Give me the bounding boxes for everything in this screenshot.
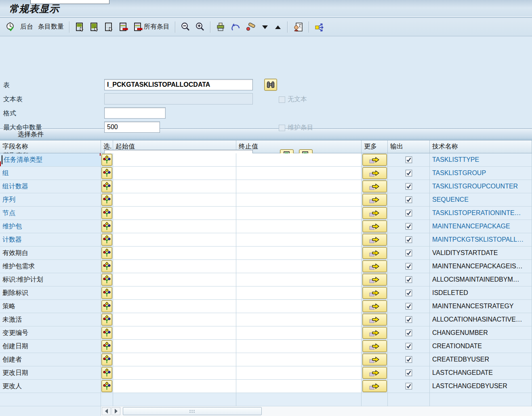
caret-down-button[interactable] bbox=[259, 22, 271, 32]
from-value-cell[interactable] bbox=[113, 300, 236, 313]
to-value-cell[interactable] bbox=[236, 220, 362, 233]
output-checkbox[interactable] bbox=[406, 183, 412, 190]
from-value-cell[interactable] bbox=[113, 273, 236, 286]
zoom-in-button[interactable] bbox=[193, 21, 207, 33]
more-values-button[interactable] bbox=[362, 167, 387, 179]
selection-options-button[interactable] bbox=[101, 180, 112, 192]
choose-all-button[interactable] bbox=[87, 21, 101, 33]
execute-with-clock-button[interactable] bbox=[3, 21, 18, 33]
erase-button[interactable] bbox=[243, 21, 259, 33]
to-value-cell[interactable] bbox=[236, 300, 362, 313]
to-value-cell[interactable] bbox=[236, 340, 362, 353]
more-values-button[interactable] bbox=[362, 207, 387, 219]
zoom-out-button[interactable] bbox=[178, 21, 193, 33]
output-checkbox[interactable] bbox=[406, 236, 412, 243]
undo-button[interactable] bbox=[228, 21, 243, 33]
to-value-cell[interactable] bbox=[236, 260, 362, 273]
selection-options-button[interactable] bbox=[101, 314, 112, 326]
search-table-button[interactable] bbox=[264, 79, 277, 91]
output-checkbox[interactable] bbox=[406, 383, 412, 389]
from-value-cell[interactable] bbox=[113, 326, 236, 340]
more-values-button[interactable] bbox=[362, 380, 387, 392]
to-value-cell[interactable] bbox=[236, 353, 362, 366]
selection-options-button[interactable] bbox=[101, 234, 112, 246]
background-button[interactable]: 后台 bbox=[18, 21, 36, 32]
from-value-cell[interactable] bbox=[113, 380, 236, 393]
to-value-cell[interactable] bbox=[236, 313, 362, 326]
deselect-all-button[interactable]: 所有条目 bbox=[130, 21, 172, 33]
to-value-cell[interactable] bbox=[236, 286, 362, 300]
output-checkbox[interactable] bbox=[406, 197, 412, 203]
more-values-button[interactable] bbox=[362, 180, 387, 192]
scroll-left-button[interactable] bbox=[102, 407, 111, 415]
selection-options-button[interactable] bbox=[101, 340, 112, 352]
output-checkbox[interactable] bbox=[406, 223, 412, 230]
from-value-cell[interactable] bbox=[113, 247, 236, 260]
selection-options-button[interactable] bbox=[101, 207, 112, 219]
from-value-cell[interactable] bbox=[113, 260, 236, 273]
output-checkbox[interactable] bbox=[406, 263, 412, 270]
format-input[interactable] bbox=[104, 107, 166, 119]
more-values-button[interactable] bbox=[362, 314, 387, 326]
to-value-cell[interactable] bbox=[236, 380, 362, 393]
to-value-cell[interactable] bbox=[236, 273, 362, 286]
from-value-cell[interactable] bbox=[113, 340, 236, 353]
selection-options-button[interactable] bbox=[101, 194, 112, 206]
output-checkbox[interactable] bbox=[406, 210, 412, 216]
selection-options-button[interactable] bbox=[101, 167, 112, 179]
col-header-output[interactable]: 输出 bbox=[388, 140, 430, 153]
output-checkbox[interactable] bbox=[406, 276, 412, 283]
selection-options-button[interactable] bbox=[101, 247, 112, 259]
more-values-button[interactable] bbox=[362, 340, 387, 352]
more-values-button[interactable] bbox=[362, 287, 387, 299]
to-value-cell[interactable] bbox=[236, 326, 362, 340]
user-settings-button[interactable] bbox=[290, 21, 306, 33]
from-value-cell[interactable] bbox=[113, 366, 236, 380]
more-values-button[interactable] bbox=[362, 367, 387, 379]
selection-options-button[interactable] bbox=[101, 367, 112, 379]
entries-count-button[interactable]: 条目数量 bbox=[36, 21, 66, 32]
more-values-button[interactable] bbox=[362, 234, 387, 246]
from-value-cell[interactable] bbox=[113, 286, 236, 300]
max-hits-input[interactable] bbox=[104, 121, 160, 133]
from-value-cell[interactable] bbox=[113, 180, 236, 193]
to-value-cell[interactable] bbox=[236, 193, 362, 207]
from-value-cell[interactable] bbox=[113, 313, 236, 326]
output-checkbox[interactable] bbox=[406, 303, 412, 309]
more-values-button[interactable] bbox=[362, 274, 387, 286]
more-values-button[interactable] bbox=[362, 154, 387, 166]
output-checkbox[interactable] bbox=[406, 316, 412, 323]
table-name-input[interactable] bbox=[104, 79, 253, 90]
selection-options-button[interactable] bbox=[101, 274, 112, 286]
from-value-cell[interactable] bbox=[113, 220, 236, 233]
selection-options-button[interactable] bbox=[101, 327, 112, 339]
col-header-more[interactable]: 更多 bbox=[362, 140, 388, 153]
output-checkbox[interactable] bbox=[406, 290, 412, 296]
output-checkbox[interactable] bbox=[406, 157, 412, 163]
output-checkbox[interactable] bbox=[406, 356, 412, 363]
choose-block-button[interactable] bbox=[72, 21, 87, 33]
selection-options-button[interactable] bbox=[101, 154, 112, 166]
to-value-cell[interactable] bbox=[236, 233, 362, 247]
to-value-cell[interactable] bbox=[236, 366, 362, 380]
output-checkbox[interactable] bbox=[406, 330, 412, 336]
to-value-cell[interactable] bbox=[236, 167, 362, 180]
from-value-cell[interactable] bbox=[113, 233, 236, 247]
deselect-block-button[interactable] bbox=[116, 21, 130, 33]
selection-options-button[interactable] bbox=[101, 220, 112, 232]
more-values-button[interactable] bbox=[362, 300, 387, 312]
exit-transfer-button[interactable] bbox=[312, 21, 328, 33]
to-value-cell[interactable] bbox=[236, 247, 362, 260]
from-value-cell[interactable] bbox=[113, 207, 236, 220]
selection-options-button[interactable] bbox=[101, 287, 112, 299]
selection-options-button[interactable] bbox=[101, 300, 112, 312]
to-value-cell[interactable] bbox=[236, 207, 362, 220]
from-value-cell[interactable] bbox=[113, 153, 236, 167]
caret-up-button[interactable] bbox=[271, 22, 284, 32]
more-values-button[interactable] bbox=[362, 260, 387, 272]
more-values-button[interactable] bbox=[362, 327, 387, 339]
scrollbar-thumb[interactable] bbox=[123, 407, 262, 415]
to-value-cell[interactable] bbox=[236, 180, 362, 193]
selection-options-button[interactable] bbox=[101, 260, 112, 272]
from-value-cell[interactable] bbox=[113, 193, 236, 207]
